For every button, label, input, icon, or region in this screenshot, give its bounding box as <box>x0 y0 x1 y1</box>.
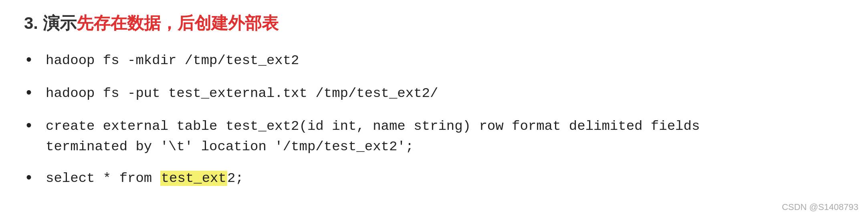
heading-prefix: 3. 演示 <box>24 12 77 34</box>
list-item: • select * from test_ext2; <box>24 168 844 190</box>
bullet-dot: • <box>24 83 34 105</box>
bullet-text: hadoop fs -put test_external.txt /tmp/te… <box>46 83 438 104</box>
bullet-dot: • <box>24 168 34 190</box>
heading-highlight: 先存在数据，后创建外部表 <box>77 12 279 34</box>
ext2-text: 2; <box>227 171 244 186</box>
bullet-text: select * from test_ext2; <box>46 168 244 189</box>
bullet-list: • hadoop fs -mkdir /tmp/test_ext2 • hado… <box>24 50 844 190</box>
bullet-text: create external table test_ext2(id int, … <box>46 116 700 157</box>
bullet-text: hadoop fs -mkdir /tmp/test_ext2 <box>46 50 299 71</box>
page-container: 3. 演示 先存在数据，后创建外部表 • hadoop fs -mkdir /t… <box>0 0 868 218</box>
bullet-dot: • <box>24 50 34 72</box>
highlighted-text: test_ext <box>160 171 227 186</box>
list-item: • hadoop fs -put test_external.txt /tmp/… <box>24 83 844 105</box>
select-text: select * from <box>46 171 160 186</box>
section-heading: 3. 演示 先存在数据，后创建外部表 <box>24 12 844 34</box>
bullet-line1: create external table test_ext2(id int, … <box>46 119 700 134</box>
bullet-dot: • <box>24 115 34 138</box>
bullet-line2: terminated by '\t' location '/tmp/test_e… <box>46 139 414 154</box>
list-item: • hadoop fs -mkdir /tmp/test_ext2 <box>24 50 844 72</box>
watermark: CSDN @S1408793 <box>782 202 858 212</box>
list-item: • create external table test_ext2(id int… <box>24 116 844 157</box>
